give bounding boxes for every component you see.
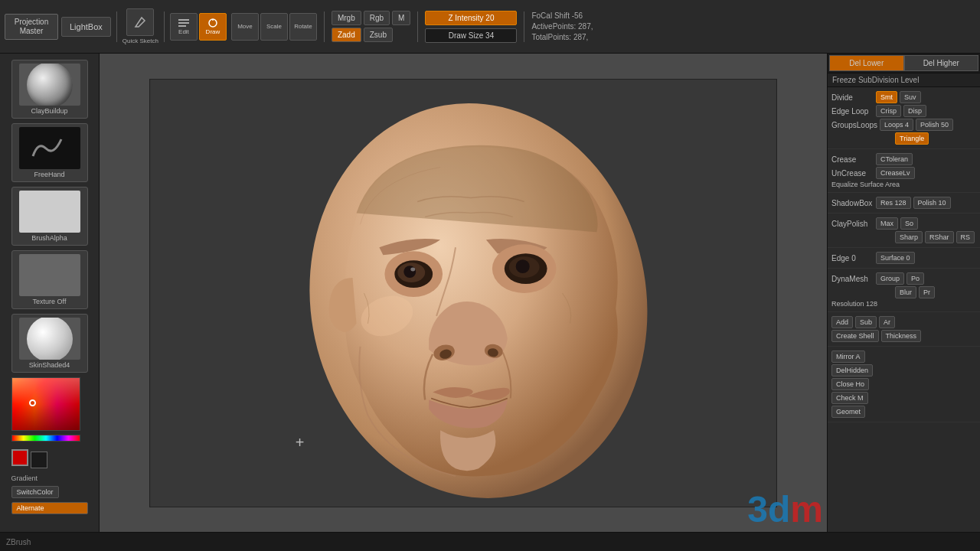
thickness-button[interactable]: Thickness bbox=[881, 330, 922, 342]
ar-button[interactable]: Ar bbox=[879, 316, 895, 328]
add-button[interactable]: Add bbox=[831, 316, 853, 328]
group-button[interactable]: Group bbox=[876, 272, 904, 285]
draw-button[interactable]: Draw bbox=[199, 13, 227, 41]
suv-button[interactable]: Suv bbox=[900, 91, 921, 103]
geomet-row: Geomet bbox=[831, 406, 976, 418]
sharp-button[interactable]: Sharp bbox=[895, 231, 923, 243]
projection-master-button[interactable]: Projection Master bbox=[5, 14, 58, 40]
zadd-button[interactable]: Zadd bbox=[332, 28, 361, 42]
so-button[interactable]: So bbox=[900, 217, 918, 230]
color-gradient-box[interactable] bbox=[11, 377, 80, 431]
creasely-button[interactable]: CreaseLv bbox=[876, 167, 915, 179]
polish50-button[interactable]: Polish 50 bbox=[916, 119, 953, 131]
equalize-row: Equalize Surface Area bbox=[831, 181, 976, 188]
add-sub-row: Add Sub Ar bbox=[831, 316, 976, 328]
shadowbox-label: ShadowBox bbox=[831, 199, 874, 207]
crisp-button[interactable]: Crisp bbox=[876, 105, 901, 117]
svg-rect-2 bbox=[178, 25, 186, 27]
projection-master-label: Projection Master bbox=[15, 18, 48, 36]
color-picker: Gradient SwitchColor Alternate bbox=[11, 377, 88, 514]
claybuildup-brush[interactable]: ClayBuildup bbox=[11, 60, 88, 119]
add-sub-section: Add Sub Ar Create Shell Thickness bbox=[828, 312, 980, 347]
divide-section: Divide Smt Suv Edge Loop Crisp Disp Grou… bbox=[828, 87, 980, 149]
dynamesh-section: DynaMesh Group Po Blur Pr Resolution 128 bbox=[828, 269, 980, 312]
mode-buttons: Mrgb Rgb M Zadd Zsub bbox=[332, 11, 411, 42]
freehand-preview bbox=[19, 127, 80, 169]
mrgb-button[interactable]: Mrgb bbox=[332, 11, 361, 25]
brush-alpha[interactable]: BrushAlpha bbox=[11, 187, 88, 246]
rs-button[interactable]: RS bbox=[956, 231, 975, 243]
skin-shaded-label: SkinShaded4 bbox=[29, 361, 70, 369]
mirror-section: Mirror A DelHidden Close Ho Check M Geom… bbox=[828, 347, 980, 422]
pr-button[interactable]: Pr bbox=[919, 286, 935, 298]
max-button[interactable]: Max bbox=[876, 217, 898, 230]
sub-button[interactable]: Sub bbox=[855, 316, 877, 328]
smt-button[interactable]: Smt bbox=[876, 91, 897, 103]
draw-size-control[interactable]: Draw Size 34 bbox=[425, 28, 517, 43]
edit-button[interactable]: Edit bbox=[170, 13, 198, 41]
del-lower-button[interactable]: Del Lower bbox=[829, 55, 904, 71]
rshar-button[interactable]: RShar bbox=[925, 231, 954, 243]
disp-button[interactable]: Disp bbox=[903, 105, 926, 117]
closeho-row: Close Ho bbox=[831, 378, 976, 390]
delhidden-row: DelHidden bbox=[831, 364, 976, 377]
claybuildup-preview bbox=[19, 64, 80, 106]
freehand-brush[interactable]: FreeHand bbox=[11, 123, 88, 182]
move-scale-rotate-tools: Move Scale Rotate bbox=[231, 13, 317, 41]
scale-button[interactable]: Scale bbox=[260, 13, 288, 41]
checkm-button[interactable]: Check M bbox=[831, 392, 868, 404]
foreground-color-swatch[interactable] bbox=[11, 449, 28, 466]
dynamesh-label: DynaMesh bbox=[831, 275, 874, 283]
switch-color-button[interactable]: SwitchColor bbox=[11, 486, 59, 498]
zsub-button[interactable]: Zsub bbox=[364, 28, 393, 42]
groups-loops-label: GroupsLoops bbox=[831, 121, 877, 129]
right-panel: Del Lower Del Higher Freeze SubDivision … bbox=[827, 54, 980, 532]
resolution-label: Resolution 128 bbox=[831, 300, 877, 308]
rotate-button[interactable]: Rotate bbox=[289, 13, 317, 41]
viewport[interactable]: + bbox=[149, 79, 777, 507]
del-buttons-row: Del Lower Del Higher bbox=[828, 54, 980, 73]
claybuildup-label: ClayBuildup bbox=[31, 107, 67, 115]
skin-shaded[interactable]: SkinShaded4 bbox=[11, 314, 88, 373]
del-higher-button[interactable]: Del Higher bbox=[904, 55, 979, 71]
po-button[interactable]: Po bbox=[906, 272, 924, 285]
alternate-button[interactable]: Alternate bbox=[11, 502, 88, 514]
geomet-button[interactable]: Geomet bbox=[831, 406, 865, 418]
lightbox-button[interactable]: LightBox bbox=[61, 17, 111, 37]
res128-button[interactable]: Res 128 bbox=[876, 197, 911, 209]
brush-alpha-preview bbox=[19, 191, 80, 233]
surface0-button[interactable]: Surface 0 bbox=[876, 252, 915, 264]
m-button[interactable]: M bbox=[392, 11, 410, 25]
value-controls: Z Intensity 20 Draw Size 34 bbox=[425, 11, 517, 43]
canvas-area: + bbox=[100, 54, 827, 532]
info-display: FoCal Shift -56 ActivePoints: 287, Total… bbox=[531, 11, 593, 41]
create-shell-row: Create Shell Thickness bbox=[831, 330, 976, 342]
groups-loops-row: GroupsLoops Loops 4 Polish 50 bbox=[831, 119, 976, 131]
svg-rect-1 bbox=[178, 22, 189, 24]
triangle-row: Triangle bbox=[831, 132, 976, 145]
quick-sketch-label: Quick Sketch bbox=[122, 37, 158, 44]
loops4-button[interactable]: Loops 4 bbox=[880, 119, 913, 131]
statusbar: ZBrush bbox=[0, 532, 980, 551]
triangle-button[interactable]: Triangle bbox=[895, 132, 929, 145]
hue-bar[interactable] bbox=[11, 435, 80, 442]
blur-button[interactable]: Blur bbox=[895, 286, 916, 298]
color-action-buttons: SwitchColor bbox=[11, 486, 88, 498]
ctoleran-button[interactable]: CToleran bbox=[876, 153, 913, 165]
texture-off[interactable]: Texture Off bbox=[11, 250, 88, 309]
mirror-a-button[interactable]: Mirror A bbox=[831, 350, 865, 363]
z-intensity-control[interactable]: Z Intensity 20 bbox=[425, 11, 517, 25]
delhidden-button[interactable]: DelHidden bbox=[831, 364, 873, 377]
focal-shift-info: FoCal Shift -56 bbox=[531, 11, 593, 20]
dynamesh-row: DynaMesh Group Po bbox=[831, 272, 976, 285]
equalize-label[interactable]: Equalize Surface Area bbox=[831, 181, 900, 188]
move-button[interactable]: Move bbox=[231, 13, 259, 41]
polish10-button[interactable]: Polish 10 bbox=[913, 197, 951, 209]
claypolish-row: ClayPolish Max So bbox=[831, 217, 976, 230]
closeho-button[interactable]: Close Ho bbox=[831, 378, 869, 390]
edge-loop-row: Edge Loop Crisp Disp bbox=[831, 105, 976, 117]
rgb-button[interactable]: Rgb bbox=[364, 11, 390, 25]
background-color-swatch[interactable] bbox=[31, 452, 47, 468]
create-shell-button[interactable]: Create Shell bbox=[831, 330, 879, 342]
quick-sketch-icon[interactable] bbox=[126, 8, 154, 36]
